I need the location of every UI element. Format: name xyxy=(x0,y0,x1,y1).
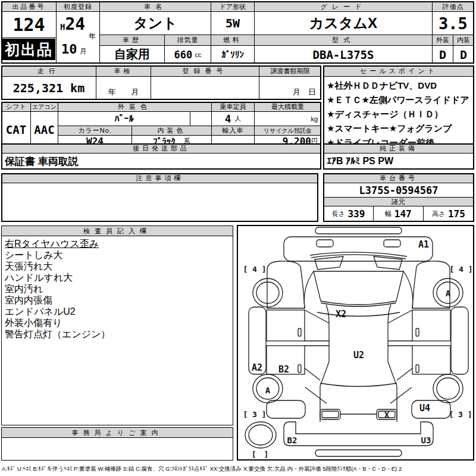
month-suffix: 月 xyxy=(80,47,87,55)
history: 自家用 xyxy=(99,45,165,64)
registration-number-label: 登録番号 xyxy=(151,65,259,77)
door-shape: 5W xyxy=(211,11,255,35)
fuel: ｶﾞｿﾘﾝ xyxy=(211,45,255,64)
tread-depth-front-right: [ 4 ] xyxy=(449,265,472,274)
tread-depth-spare: [ ] xyxy=(252,450,269,459)
exterior-color-label: 外装色 xyxy=(58,102,212,112)
damage-code-rear-bumper-right: U3 xyxy=(421,436,431,445)
model-code: DBA-L375S xyxy=(254,45,433,64)
aircon: AAC xyxy=(30,111,58,148)
reg-month: 10 xyxy=(61,42,77,57)
chassis-number-label: 車台番号 xyxy=(323,173,474,183)
damage-code-roof: U2 xyxy=(353,350,364,361)
inspection-label: 車検 xyxy=(96,65,151,77)
damage-code-right-quarter: U4 xyxy=(419,403,430,414)
inspector-note-line: 右Rタイヤハウス歪み xyxy=(5,238,230,249)
oem-equipment: ｴｱB ｱﾙﾐ PS PW xyxy=(323,153,474,170)
mileage: 225,321 km xyxy=(1,76,96,100)
first-registration: H24 年 10 月 xyxy=(56,11,100,64)
lot-number: 124 xyxy=(1,11,57,38)
auction-sheet: 出品番号 124 初出品 初度登録 H24 年 10 月 車名 タント ドア形状… xyxy=(0,0,476,476)
displacement-label: 排気量 xyxy=(164,35,211,46)
dimensions-label: 諸元 xyxy=(323,197,474,206)
capacity-unit: 人 xyxy=(234,114,241,123)
inspector-note-line: エンドパネルU2 xyxy=(5,306,230,317)
inspector-note-line: シートしみ大 xyxy=(5,249,230,261)
inspection-blank: 年 月 xyxy=(96,76,151,100)
shift: CAT xyxy=(1,111,31,148)
notes-label: 注意事項欄 xyxy=(1,173,318,183)
damage-code-cowl: X2 xyxy=(336,309,346,320)
car-body-outline xyxy=(245,227,468,456)
inspector-note-line: ハンドルすれ大 xyxy=(5,272,230,283)
displacement: 660 cc xyxy=(164,45,211,64)
inspector-note-line: 外装小傷有り xyxy=(5,317,230,328)
damage-code-legend: A:ｷｽﾞ U:ﾍｺﾐ B:ｷｽﾞを伴うﾍｺﾐ P:要塗装 W:補修跡 S:錆 … xyxy=(2,465,475,473)
damage-code-rear-bumper-left: B2 xyxy=(287,436,298,445)
sales-point-item: ★ディスチャージ（ＨＩＤ） xyxy=(327,107,471,121)
recycle-deposit-label: リサイクル預託金 xyxy=(254,126,321,136)
damage-code-front-right-wheel: A xyxy=(446,289,451,298)
inspector-notes-label: 検査員記入欄 xyxy=(1,226,233,236)
exterior-grade-label: 外装 xyxy=(432,35,453,46)
notes-body xyxy=(1,183,318,222)
inspector-note-line: 天張汚れ大 xyxy=(5,261,230,272)
interior-color-label: 内装色 xyxy=(131,126,212,136)
exterior-grade: D xyxy=(432,45,453,64)
oem-equipment-label: 純正装備 xyxy=(323,143,474,154)
later-parts: 保証書 車両取説 xyxy=(1,153,321,170)
office-notice-body xyxy=(1,437,233,461)
aircon-label: エアコン xyxy=(30,102,58,112)
transfer-docs-label: 譲渡書類期限 xyxy=(259,65,321,77)
sales-points-list: ★社外ＨＤＤナビTV、DVD ★ＥＴＣ★左側パワースライドドア ★ディスチャージ… xyxy=(323,76,474,149)
history-label: 車歴 xyxy=(99,35,165,46)
dimension-height: 高さ 175 xyxy=(423,206,474,222)
score: 3.5 xyxy=(432,11,474,35)
reg-year: 24 xyxy=(65,14,85,34)
inspector-note-line: 室内汚れ xyxy=(5,283,230,295)
sales-points-label: セールスポイント xyxy=(323,65,474,77)
interior-grade: D xyxy=(453,45,474,64)
fuel-label: 燃料 xyxy=(211,35,255,46)
car-damage-diagram: A1 [ 4 ] [ 4 ] A X2 U2 A2 B2 A U4 [ 3 ] … xyxy=(237,225,474,461)
grade: カスタムX xyxy=(254,11,433,35)
transfer-docs-blank: 月 日 xyxy=(259,76,321,100)
dimension-length: 長さ 339 xyxy=(323,206,374,222)
first-listing-badge: 初出品 xyxy=(2,39,55,60)
mileage-label: 走行 xyxy=(1,65,96,77)
payload-unit: kg xyxy=(254,111,321,126)
import-label: 輸入車 xyxy=(211,126,255,136)
tread-depth-front-left: [ 4 ] xyxy=(243,265,266,274)
damage-code-rear-left-wheel: A xyxy=(265,386,271,395)
damage-code-front-bumper: A1 xyxy=(418,239,429,250)
dimension-width: 幅 147 xyxy=(373,206,424,222)
sales-point-item: ★社外ＨＤＤナビTV、DVD xyxy=(327,79,471,93)
office-notice-label: 事務局よりご案内 xyxy=(1,427,233,438)
damage-code-tail-lamp: X xyxy=(384,410,390,419)
tread-depth-rear-right: [ 3 ] xyxy=(449,410,472,419)
later-parts-label: 後日発送部品 xyxy=(1,143,321,154)
inspector-notes-list: 右Rタイヤハウス歪み シートしみ大 天張汚れ大 ハンドルすれ大 室内汚れ 室内内… xyxy=(1,236,233,425)
capacity: 4 人 xyxy=(211,111,255,126)
model-code-label: 型式 xyxy=(254,35,433,46)
color-no-label: カラーNo. xyxy=(58,126,132,136)
interior-grade-label: 内装 xyxy=(453,35,474,46)
sales-point-item: ★ＥＴＣ★左側パワースライドドア xyxy=(327,93,471,107)
inspector-note-line: 警告灯点灯（エンジン） xyxy=(5,328,230,340)
payload-label: 最大積載量 xyxy=(254,102,321,112)
exterior-color-extra xyxy=(190,111,212,126)
damage-code-left-slide-door: B2 xyxy=(278,364,289,375)
registration-number xyxy=(151,76,259,100)
exterior-color: ﾊﾟｰﾙ xyxy=(58,111,190,126)
displacement-unit: cc xyxy=(195,51,202,58)
sales-point-item: ★スマートキー★フォグランプ xyxy=(327,121,471,136)
shift-label: シフト xyxy=(1,102,31,112)
inspector-note-line: 室内内張傷 xyxy=(5,295,230,306)
capacity-label: 乗車定員 xyxy=(211,102,255,112)
damage-code-left-sill: A2 xyxy=(252,362,262,373)
tread-depth-rear-left: [ 3 ] xyxy=(243,410,266,419)
car-name: タント xyxy=(99,11,211,35)
chassis-number: L375S-0594567 xyxy=(323,183,474,198)
